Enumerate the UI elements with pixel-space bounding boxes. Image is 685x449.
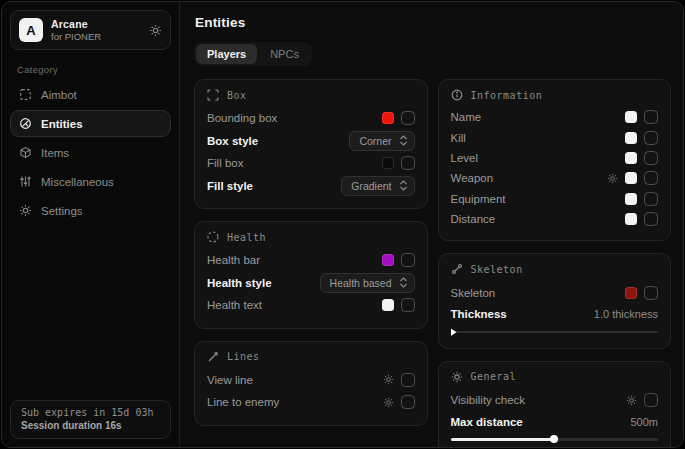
setting-row-health-style: Health style Health based [207, 272, 415, 295]
category-label: Category [17, 64, 171, 75]
sidebar-item-items[interactable]: Items [10, 139, 171, 166]
app-logo-letter: A [26, 23, 35, 38]
setting-row-thickness: Thickness 1.0 thickness [451, 304, 659, 325]
items-cube-icon [19, 146, 32, 159]
panel-health: Health Health bar Health style H [194, 221, 428, 329]
setting-row-health-text: Health text [207, 294, 415, 317]
thickness-slider[interactable] [451, 328, 659, 337]
setting-row-kill: Kill [451, 127, 659, 147]
panel-skeleton: Skeleton Skeleton Thickness 1.0 thicknes… [438, 253, 672, 349]
aimbot-crosshair-icon [19, 88, 32, 101]
sidebar-nav: Aimbot Entities Items [10, 81, 171, 224]
setting-row-fill-box: Fill box [207, 152, 415, 175]
color-swatch[interactable] [625, 193, 637, 205]
sidebar-item-miscellaneous[interactable]: Miscellaneous [10, 168, 171, 195]
setting-row-skeleton: Skeleton [451, 281, 659, 304]
checkbox[interactable] [401, 156, 415, 170]
fill-style-dropdown[interactable]: Gradient [341, 176, 414, 196]
checkbox[interactable] [644, 192, 658, 206]
subscription-info-card: Sub expires in 15d 03h Session duration … [10, 400, 171, 439]
setting-row-view-line: View line [207, 369, 415, 392]
checkbox[interactable] [644, 393, 658, 407]
color-swatch[interactable] [382, 157, 394, 169]
color-swatch[interactable] [625, 172, 637, 184]
entities-radar-icon [19, 117, 32, 130]
chevron-up-down-icon [399, 180, 408, 191]
health-style-dropdown[interactable]: Health based [320, 273, 415, 293]
account-settings-gear-icon[interactable] [149, 24, 162, 37]
checkbox[interactable] [644, 171, 658, 185]
color-swatch[interactable] [382, 299, 394, 311]
bone-icon [451, 263, 463, 275]
checkbox[interactable] [644, 110, 658, 124]
checkbox[interactable] [401, 373, 415, 387]
tab-players[interactable]: Players [196, 44, 257, 64]
checkbox[interactable] [644, 131, 658, 145]
checkbox[interactable] [401, 253, 415, 267]
health-brackets-icon [207, 231, 219, 243]
entity-type-tabs: Players NPCs [194, 42, 312, 66]
app-window: A Arcane for PIONER Category Aim [1, 1, 684, 448]
app-logo: A [19, 18, 43, 42]
sidebar-item-label: Aimbot [41, 89, 77, 101]
panel-information-header: Information [451, 89, 659, 101]
miscellaneous-sliders-icon [19, 175, 32, 188]
max-distance-value: 500m [630, 416, 658, 428]
panel-title: Skeleton [471, 264, 523, 275]
app-subtitle: for PIONER [51, 31, 141, 42]
panel-information: Information Name Kill [438, 79, 672, 241]
setting-row-equipment: Equipment [451, 189, 659, 209]
general-sun-icon [451, 371, 463, 383]
setting-row-box-style: Box style Corner [207, 130, 415, 153]
row-config-gear-icon[interactable] [383, 374, 394, 385]
checkbox[interactable] [644, 151, 658, 165]
right-column: Information Name Kill [438, 79, 672, 447]
color-swatch[interactable] [625, 152, 637, 164]
tab-npcs[interactable]: NPCs [259, 44, 310, 64]
setting-row-weapon: Weapon [451, 168, 659, 188]
color-swatch[interactable] [625, 213, 637, 225]
slider-thumb[interactable] [451, 328, 457, 336]
slider-track [451, 331, 659, 334]
page-title: Entities [195, 15, 671, 30]
color-swatch[interactable] [382, 112, 394, 124]
color-swatch[interactable] [382, 254, 394, 266]
checkbox[interactable] [401, 111, 415, 125]
checkbox[interactable] [401, 298, 415, 312]
sidebar-item-aimbot[interactable]: Aimbot [10, 81, 171, 108]
panel-title: General [471, 371, 517, 382]
thickness-value: 1.0 thickness [594, 308, 658, 320]
session-duration-text: Session duration 16s [21, 420, 160, 431]
color-swatch[interactable] [625, 287, 637, 299]
settings-gear-icon [19, 204, 32, 217]
chevron-up-down-icon [399, 135, 408, 146]
row-config-gear-icon[interactable] [626, 395, 637, 406]
line-pencil-icon [207, 351, 219, 363]
setting-row-visibility-check: Visibility check [451, 389, 659, 412]
panel-lines-header: Lines [207, 351, 415, 363]
color-swatch[interactable] [625, 111, 637, 123]
sidebar-item-settings[interactable]: Settings [10, 197, 171, 224]
box-style-dropdown[interactable]: Corner [349, 131, 414, 151]
sidebar: A Arcane for PIONER Category Aim [2, 2, 180, 447]
checkbox[interactable] [644, 286, 658, 300]
panel-title: Information [471, 90, 543, 101]
checkbox[interactable] [644, 212, 658, 226]
max-distance-slider[interactable] [451, 435, 659, 444]
sidebar-item-entities[interactable]: Entities [10, 110, 171, 137]
chevron-up-down-icon [399, 277, 408, 288]
row-config-gear-icon[interactable] [383, 397, 394, 408]
row-config-gear-icon[interactable] [607, 173, 618, 184]
main-content: Entities Players NPCs Box [180, 2, 683, 447]
setting-row-max-distance: Max distance 500m [451, 411, 659, 432]
setting-row-fill-style: Fill style Gradient [207, 175, 415, 198]
color-swatch[interactable] [625, 132, 637, 144]
slider-thumb[interactable] [550, 435, 558, 443]
setting-row-bounding-box: Bounding box [207, 107, 415, 130]
panel-box-header: Box [207, 89, 415, 101]
setting-row-level: Level [451, 148, 659, 168]
checkbox[interactable] [401, 395, 415, 409]
sidebar-item-label: Entities [41, 118, 83, 130]
panel-title: Box [227, 90, 247, 101]
left-column: Box Bounding box Box style Corne [194, 79, 428, 426]
